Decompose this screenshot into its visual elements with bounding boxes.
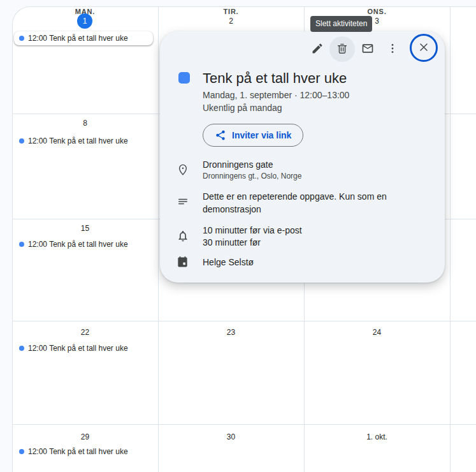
event-chip-selected[interactable]: 12:00 Tenk på et tall hver uke (14, 31, 153, 45)
event-color-swatch (178, 72, 190, 84)
day-number[interactable]: 2 (158, 17, 304, 26)
location-pin-icon (177, 163, 189, 176)
day-number[interactable]: 8 (12, 119, 158, 128)
event-chip[interactable]: 12:00 Tenk på et tall hver uke (14, 342, 153, 355)
day-number[interactable]: 23 (158, 328, 304, 337)
pencil-icon (311, 42, 324, 57)
invite-via-link-button[interactable]: Inviter via link (203, 124, 303, 147)
trash-icon (336, 42, 349, 57)
event-color-dot (19, 242, 24, 247)
day-number[interactable]: 30 (158, 432, 304, 441)
event-chip[interactable]: 12:00 Tenk på et tall hver uke (14, 445, 153, 458)
envelope-icon (361, 42, 374, 57)
grid-vline (158, 6, 159, 472)
day-number[interactable]: 1. okt. (304, 432, 450, 441)
description-icon (177, 195, 189, 208)
close-icon (417, 41, 430, 55)
grid-vline (450, 6, 451, 472)
event-chip-label: 12:00 Tenk på et tall hver uke (28, 240, 128, 249)
event-chip-label: 12:00 Tenk på et tall hver uke (28, 34, 128, 43)
grid-hline (12, 424, 476, 425)
calendar-owner-icon (177, 256, 189, 269)
event-color-dot (19, 346, 24, 351)
day-number[interactable]: 22 (12, 328, 158, 337)
edit-event-button[interactable] (305, 36, 330, 62)
event-title: Tenk på et tall hver uke (203, 70, 347, 87)
day-number[interactable]: 29 (12, 432, 158, 441)
bell-icon (177, 230, 189, 242)
weekday-header-wednesday: ONS. (304, 8, 450, 15)
invite-via-link-label: Inviter via link (232, 130, 291, 140)
day-number-today[interactable]: 1 (77, 13, 92, 29)
day-number[interactable]: 15 (12, 224, 158, 233)
event-details-popup: Tenk på et tall hver uke Mandag, 1. sept… (160, 31, 445, 283)
event-chip-label: 12:00 Tenk på et tall hver uke (28, 136, 128, 145)
grid-hline (12, 321, 476, 321)
location-primary: Dronningens gate (203, 159, 273, 171)
event-chip-label: 12:00 Tenk på et tall hver uke (28, 447, 128, 456)
day-number[interactable]: 24 (304, 328, 450, 337)
weekday-header-tuesday: TIR. (158, 8, 304, 15)
event-datetime: Mandag, 1. september · 12:00–13:00 (203, 89, 349, 102)
more-options-button[interactable] (380, 36, 405, 62)
delete-tooltip: Slett aktiviteten (310, 16, 372, 32)
event-color-dot (19, 36, 24, 41)
close-popup-button[interactable] (410, 34, 438, 62)
calendar-owner: Helge Selstø (203, 256, 254, 269)
event-chip[interactable]: 12:00 Tenk på et tall hver uke (14, 238, 153, 251)
event-chip-label: 12:00 Tenk på et tall hver uke (28, 344, 128, 353)
notification-2: 30 minutter før (203, 237, 302, 249)
email-guests-button[interactable] (355, 36, 380, 62)
share-icon (215, 129, 226, 141)
event-chip[interactable]: 12:00 Tenk på et tall hver uke (14, 135, 153, 147)
delete-event-button[interactable] (329, 36, 355, 62)
notification-1: 10 minutter før via e-post (203, 225, 302, 237)
more-vert-icon (386, 42, 399, 57)
event-color-dot (19, 449, 24, 454)
location-secondary: Dronningens gt., Oslo, Norge (203, 171, 301, 182)
event-description: Dette er en repeterende oppgave. Kun som… (203, 190, 414, 216)
event-color-dot (19, 138, 24, 144)
event-recurrence: Ukentlig på mandag (203, 102, 349, 115)
